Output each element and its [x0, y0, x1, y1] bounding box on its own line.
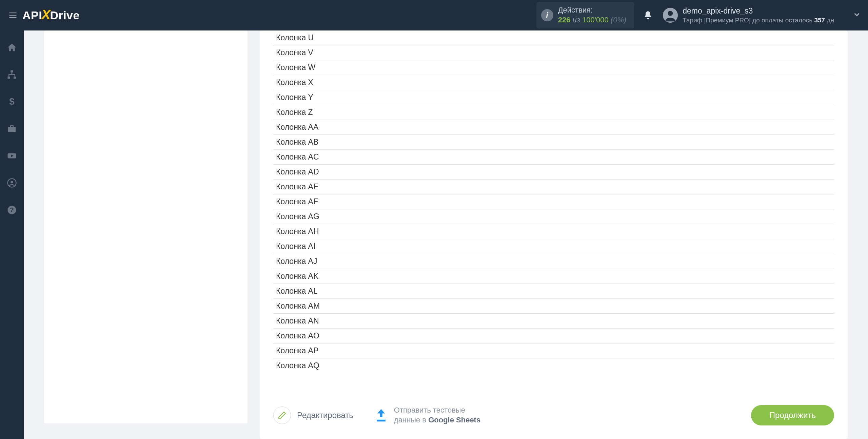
- send-test-button[interactable]: Отправить тестовые данные в Google Sheet…: [374, 405, 480, 425]
- svg-point-13: [11, 181, 13, 184]
- question-icon: ?: [7, 205, 17, 215]
- actions-used: 226: [558, 16, 571, 24]
- sidebar-item-video[interactable]: [5, 149, 19, 163]
- actions-label: Действия:: [558, 5, 627, 15]
- left-panel: [44, 30, 248, 423]
- column-row[interactable]: Колонка AG: [273, 209, 834, 224]
- column-row[interactable]: Колонка Z: [273, 105, 834, 120]
- column-row[interactable]: Колонка AJ: [273, 254, 834, 269]
- column-row[interactable]: Колонка AL: [273, 284, 834, 299]
- menu-toggle-button[interactable]: [7, 9, 19, 21]
- sidebar-item-home[interactable]: [5, 41, 19, 54]
- notifications-button[interactable]: [641, 8, 655, 22]
- column-row[interactable]: Колонка U: [273, 30, 834, 45]
- upload-icon: [374, 408, 389, 423]
- hamburger-icon: [8, 11, 18, 20]
- column-row[interactable]: Колонка AQ: [273, 358, 834, 373]
- actions-of: из: [572, 16, 582, 24]
- actions-values: 226 из 100'000 (0%): [558, 15, 627, 25]
- column-row[interactable]: Колонка AD: [273, 165, 834, 180]
- actions-pct: (0%): [611, 16, 626, 24]
- username: demo_apix-drive_s3: [683, 6, 834, 16]
- pencil-icon: [278, 411, 287, 420]
- svg-rect-6: [8, 77, 11, 79]
- briefcase-icon: [7, 124, 17, 134]
- sidebar-item-work[interactable]: [5, 122, 19, 135]
- user-icon: [663, 8, 678, 23]
- column-row[interactable]: Колонка AF: [273, 194, 834, 209]
- sidebar-item-connections[interactable]: [5, 68, 19, 81]
- svg-rect-7: [14, 77, 16, 79]
- actions-total: 100'000: [582, 16, 609, 24]
- tariff-days: 357: [814, 17, 825, 24]
- column-row[interactable]: Колонка AN: [273, 314, 834, 329]
- user-menu[interactable]: demo_apix-drive_s3 Тариф |Премиум PRO| д…: [663, 6, 861, 25]
- column-row[interactable]: Колонка AI: [273, 239, 834, 254]
- column-row[interactable]: Колонка AO: [273, 329, 834, 343]
- sidebar-item-account[interactable]: [5, 176, 19, 190]
- actions-status-pill[interactable]: i Действия: 226 из 100'000 (0%): [536, 2, 635, 28]
- column-row[interactable]: Колонка AA: [273, 120, 834, 135]
- tariff-line: Тариф |Премиум PRO| до оплаты осталось 3…: [683, 16, 834, 25]
- continue-button[interactable]: Продолжить: [751, 405, 834, 425]
- sidebar-item-help[interactable]: ?: [5, 203, 19, 217]
- column-row[interactable]: Колонка AC: [273, 150, 834, 165]
- info-icon: i: [541, 9, 553, 21]
- home-icon: [7, 42, 17, 53]
- topbar: APIXDrive i Действия: 226 из 100'000 (0%…: [0, 0, 868, 30]
- column-row[interactable]: Колонка Y: [273, 90, 834, 105]
- logo-text-api: API: [22, 9, 42, 22]
- bell-icon: [643, 11, 653, 20]
- edit-button[interactable]: Редактировать: [273, 406, 353, 424]
- main-area: Колонка UКолонка VКолонка WКолонка XКоло…: [24, 30, 868, 439]
- column-row[interactable]: Колонка AK: [273, 269, 834, 284]
- edit-label: Редактировать: [297, 411, 353, 420]
- column-row[interactable]: Колонка AH: [273, 224, 834, 239]
- logo-text-drive: Drive: [50, 9, 80, 22]
- send-test-line1: Отправить тестовые: [394, 405, 480, 415]
- chevron-down-icon: [852, 10, 861, 19]
- user-circle-icon: [7, 178, 17, 188]
- column-row[interactable]: Колонка AP: [273, 343, 834, 358]
- svg-rect-16: [377, 420, 386, 422]
- send-test-line2: данные в Google Sheets: [394, 415, 480, 425]
- svg-rect-9: [8, 127, 16, 132]
- youtube-icon: [7, 151, 17, 161]
- right-panel: Колонка UКолонка VКолонка WКолонка XКоло…: [260, 30, 848, 439]
- column-row[interactable]: Колонка AE: [273, 180, 834, 194]
- svg-point-4: [668, 11, 673, 16]
- logo-text-x: X: [41, 7, 51, 22]
- column-row[interactable]: Колонка AB: [273, 135, 834, 150]
- avatar: [663, 8, 678, 23]
- sitemap-icon: [7, 69, 17, 80]
- column-list: Колонка UКолонка VКолонка WКолонка XКоло…: [260, 30, 848, 397]
- panel-footer: Редактировать Отправить тестовые данные …: [260, 397, 848, 439]
- column-row[interactable]: Колонка W: [273, 60, 834, 75]
- column-row[interactable]: Колонка AM: [273, 299, 834, 314]
- user-menu-toggle[interactable]: [852, 10, 861, 20]
- svg-text:?: ?: [10, 206, 14, 213]
- edit-icon-circle: [273, 406, 291, 424]
- dollar-icon: $: [7, 97, 17, 107]
- svg-text:$: $: [9, 97, 14, 107]
- sidebar-item-billing[interactable]: $: [5, 95, 19, 108]
- svg-rect-5: [11, 70, 13, 72]
- sidebar: $ ?: [0, 30, 24, 439]
- column-row[interactable]: Колонка V: [273, 45, 834, 60]
- logo[interactable]: APIXDrive: [22, 8, 80, 23]
- column-row[interactable]: Колонка X: [273, 75, 834, 90]
